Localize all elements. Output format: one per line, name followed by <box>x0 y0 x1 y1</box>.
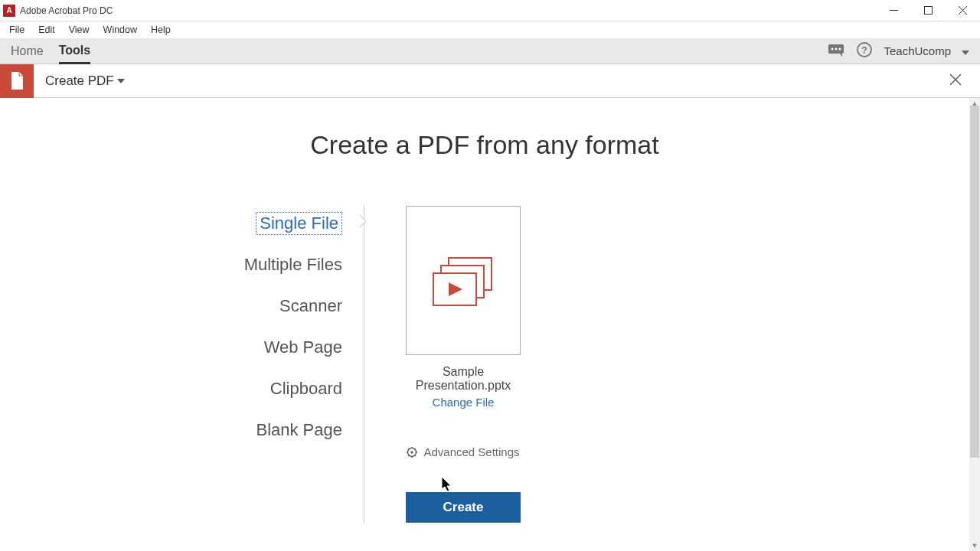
svg-line-25 <box>408 448 409 449</box>
file-preview[interactable] <box>406 206 521 355</box>
maximize-button[interactable] <box>911 0 946 21</box>
svg-point-20 <box>411 451 414 454</box>
gear-icon <box>407 447 417 458</box>
svg-line-27 <box>408 455 409 455</box>
tab-tools[interactable]: Tools <box>59 39 90 64</box>
app-title: Adobe Acrobat Pro DC <box>20 5 877 16</box>
menubar: File Edit View Window Help <box>0 21 980 38</box>
create-pdf-tool-icon <box>0 64 34 98</box>
advanced-settings-link[interactable]: Advanced Settings <box>406 445 521 458</box>
scroll-down-arrow[interactable]: ▼ <box>969 540 980 551</box>
option-multiple-files[interactable]: Multiple Files <box>0 253 342 276</box>
close-tool-button[interactable] <box>943 69 968 93</box>
option-single-file[interactable]: Single File <box>256 212 342 235</box>
svg-point-7 <box>839 47 841 50</box>
selected-file-name: Sample Presentation.pptx <box>406 365 521 393</box>
option-web-page[interactable]: Web Page <box>0 336 342 359</box>
vertical-scrollbar[interactable]: ▲ ▼ <box>969 98 980 551</box>
account-dropdown-icon[interactable] <box>962 44 969 58</box>
menu-help[interactable]: Help <box>145 23 177 37</box>
menu-file[interactable]: File <box>3 23 31 37</box>
menu-view[interactable]: View <box>63 23 96 37</box>
svg-line-28 <box>415 448 416 449</box>
svg-rect-1 <box>925 7 933 15</box>
tool-label[interactable]: Create PDF <box>34 73 125 89</box>
account-name[interactable]: TeachUcomp <box>884 44 951 57</box>
svg-text:?: ? <box>861 44 867 56</box>
chevron-down-icon <box>117 79 125 83</box>
option-scanner[interactable]: Scanner <box>0 295 342 318</box>
source-option-list: Single File Multiple Files Scanner Web P… <box>0 206 364 523</box>
tool-label-text: Create PDF <box>45 73 114 89</box>
svg-marker-12 <box>117 79 125 83</box>
scroll-thumb[interactable] <box>970 106 979 458</box>
change-file-link[interactable]: Change File <box>406 396 521 409</box>
close-window-button[interactable] <box>946 0 980 21</box>
tab-home[interactable]: Home <box>11 40 44 63</box>
menu-window[interactable]: Window <box>97 23 143 37</box>
presentation-file-icon <box>432 255 495 307</box>
app-icon: A <box>3 5 15 17</box>
notifications-icon[interactable] <box>827 42 845 60</box>
advanced-settings-label: Advanced Settings <box>423 445 519 458</box>
option-blank-page[interactable]: Blank Page <box>0 419 342 442</box>
menu-edit[interactable]: Edit <box>32 23 61 37</box>
svg-line-26 <box>415 455 416 455</box>
page-heading: Create a PDF from any format <box>0 130 969 160</box>
svg-point-5 <box>831 47 834 50</box>
svg-point-6 <box>835 47 838 50</box>
help-icon[interactable]: ? <box>856 41 873 61</box>
create-button[interactable]: Create <box>406 492 521 523</box>
option-clipboard[interactable]: Clipboard <box>0 377 342 400</box>
minimize-button[interactable] <box>877 0 911 21</box>
svg-marker-11 <box>962 51 969 55</box>
